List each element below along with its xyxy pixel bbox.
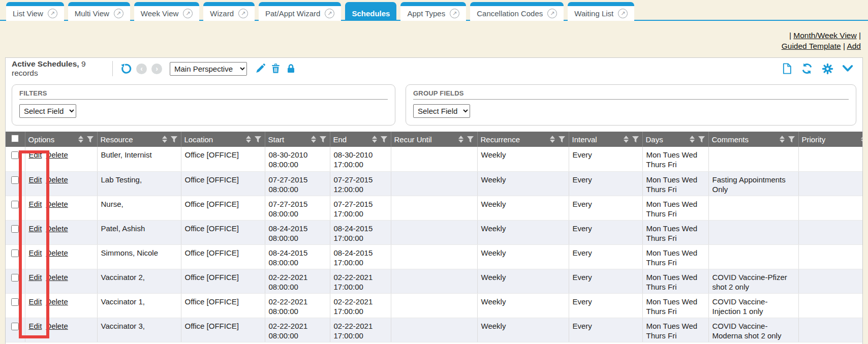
delete-perspective-trash-icon[interactable] [270,63,281,74]
tab-wizard[interactable]: Wizard↗ [203,2,255,21]
edit-link[interactable]: Edit [29,273,42,282]
popout-icon[interactable]: ↗ [450,9,459,18]
row-checkbox[interactable] [11,176,19,184]
month-week-view-link[interactable]: Month/Week View [793,31,856,40]
popout-icon[interactable]: ↗ [618,9,628,18]
sort-icon[interactable] [780,136,785,143]
column-header-end[interactable]: End [330,132,391,147]
delete-link[interactable]: Delete [46,297,68,306]
filter-funnel-icon[interactable] [788,136,795,143]
edit-link[interactable]: Edit [29,297,42,306]
column-header-recur-until[interactable]: Recur Until [391,132,477,147]
popout-icon[interactable]: ↗ [547,9,557,18]
lock-perspective-icon[interactable] [286,63,296,74]
end-cell: 07-27-201512:00:00 [330,171,391,196]
select-all-checkbox[interactable] [11,135,19,142]
sort-icon[interactable] [624,136,629,143]
edit-perspective-pencil-icon[interactable] [255,63,266,74]
sort-icon[interactable] [458,136,463,143]
filter-funnel-icon[interactable] [320,136,327,143]
column-header-location[interactable]: Location [181,132,265,147]
row-checkbox[interactable] [11,249,19,257]
delete-link[interactable]: Delete [46,200,68,208]
tab-pat-appt-wizard[interactable]: Pat/Appt Wizard↗ [259,2,341,21]
filter-funnel-icon[interactable] [632,136,639,143]
column-header-start[interactable]: Start [265,132,330,147]
previous-perspective-button[interactable]: ‹ [136,64,147,74]
edit-link[interactable]: Edit [29,224,42,233]
add-link[interactable]: Add [847,42,861,50]
tab-week-view[interactable]: Week View↗ [134,2,199,21]
sort-icon[interactable] [372,136,377,143]
resource-cell: Butler, Internist [97,147,181,171]
tab-appt-types[interactable]: Appt Types↗ [400,2,466,21]
tab-label: List View [13,9,43,18]
group-fields-select-field[interactable]: Select Field [413,104,470,118]
sort-icon[interactable] [690,136,695,143]
column-header-options[interactable]: Options [25,132,97,147]
collapse-chevron-icon[interactable] [842,65,853,73]
column-label: Recurrence [481,135,520,144]
delete-link[interactable]: Delete [46,322,68,330]
filter-funnel-icon[interactable] [698,136,705,143]
settings-gear-icon[interactable] [822,63,833,75]
refresh-icon[interactable] [801,62,813,75]
row-checkbox[interactable] [11,323,19,330]
sort-icon[interactable] [246,136,251,143]
filter-funnel-icon[interactable] [171,136,178,143]
delete-link[interactable]: Delete [46,175,68,184]
row-checkbox[interactable] [11,274,19,282]
filter-funnel-icon[interactable] [467,136,474,143]
tab-multi-view[interactable]: Multi View↗ [68,2,130,21]
row-checkbox[interactable] [11,151,19,159]
edit-link[interactable]: Edit [29,175,42,184]
sort-icon[interactable] [311,136,316,143]
row-checkbox[interactable] [11,201,19,208]
delete-link[interactable]: Delete [46,150,68,159]
edit-link[interactable]: Edit [29,150,42,159]
sort-icon[interactable] [78,136,83,143]
guided-template-link[interactable]: Guided Template [782,42,841,50]
popout-icon[interactable]: ↗ [48,9,57,18]
column-header-comments[interactable]: Comments [708,132,798,147]
delete-link[interactable]: Delete [46,273,68,282]
undo-icon[interactable] [119,62,132,75]
edit-link[interactable]: Edit [29,322,42,330]
priority-cell [798,293,863,318]
filter-funnel-icon[interactable] [559,136,566,143]
column-header-interval[interactable]: Interval [569,132,642,147]
column-header-recurrence[interactable]: Recurrence [477,132,569,147]
column-header-resource[interactable]: Resource [97,132,181,147]
popout-icon[interactable]: ↗ [114,9,123,18]
column-header-priority[interactable]: Priority [798,132,863,147]
sort-icon[interactable] [861,136,863,143]
edit-link[interactable]: Edit [29,200,42,208]
tab-schedules[interactable]: Schedules [345,2,396,21]
panel-title: Active Schedules, 9 records [12,59,112,78]
sort-icon[interactable] [550,136,555,143]
days-cell: Mon Tues Wed Thurs Fri [642,293,708,318]
tab-waiting-list[interactable]: Waiting List↗ [568,2,634,21]
sort-icon[interactable] [162,136,167,143]
filters-select-field[interactable]: Select Field [19,104,76,118]
next-perspective-button[interactable]: › [151,64,162,74]
filter-funnel-icon[interactable] [87,136,94,143]
popout-icon[interactable]: ↗ [238,9,248,18]
perspective-select[interactable]: Main Perspective [170,62,247,76]
new-document-icon[interactable] [782,62,792,75]
popout-icon[interactable]: ↗ [325,9,334,18]
popout-icon[interactable]: ↗ [183,9,193,18]
table-row: EditDelete Lab Testing, Office [OFFICE] … [6,171,863,196]
tab-cancellation-codes[interactable]: Cancellation Codes↗ [470,2,564,21]
delete-link[interactable]: Delete [46,248,68,257]
tab-list-view[interactable]: List View↗ [6,2,64,21]
filter-funnel-icon[interactable] [255,136,262,143]
row-checkbox[interactable] [11,225,19,233]
days-cell: Mon Tues Wed Thurs Fri [642,220,708,244]
row-checkbox[interactable] [11,298,19,306]
column-header-days[interactable]: Days [642,132,708,147]
interval-cell: Every [569,171,642,196]
filter-funnel-icon[interactable] [381,136,388,143]
delete-link[interactable]: Delete [46,224,68,233]
edit-link[interactable]: Edit [29,248,42,257]
